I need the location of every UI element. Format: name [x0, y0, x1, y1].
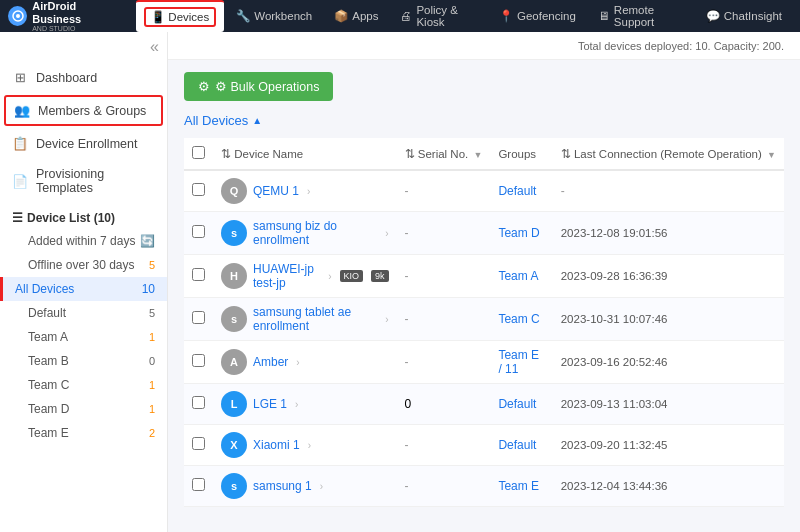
serial-no-cell: - [397, 298, 491, 341]
group-value[interactable]: Team D [498, 226, 539, 240]
sidebar-team-c[interactable]: Team C 1 [0, 373, 167, 397]
row-expand-icon[interactable]: › [308, 440, 311, 451]
col-last-connection[interactable]: ⇅ Last Connection (Remote Operation) ▼ [553, 138, 784, 170]
table-header-row: ⇅ Device Name ⇅ Serial No. ▼ Groups ⇅ La… [184, 138, 784, 170]
col-serial-no[interactable]: ⇅ Serial No. ▼ [397, 138, 491, 170]
group-value[interactable]: Default [498, 397, 536, 411]
device-avatar: H [221, 263, 247, 289]
row-select-checkbox[interactable] [192, 354, 205, 367]
serial-no-cell: 0 [397, 384, 491, 425]
sidebar-item-dashboard[interactable]: ⊞ Dashboard [0, 62, 167, 93]
nav-tab-policy-kiosk[interactable]: 🖨 Policy & Kiosk [390, 0, 487, 32]
col-groups: Groups [490, 138, 552, 170]
sidebar-team-d[interactable]: Team D 1 [0, 397, 167, 421]
sidebar-collapse-button[interactable]: « [0, 32, 167, 62]
group-value[interactable]: Default [498, 438, 536, 452]
sidebar-offline-30days[interactable]: Offline over 30 days 5 [0, 253, 167, 277]
group-value[interactable]: Team C [498, 312, 539, 326]
device-name-text[interactable]: Xiaomi 1 [253, 438, 300, 452]
group-value[interactable]: Team E / 11 [498, 348, 539, 376]
sidebar-team-a[interactable]: Team A 1 [0, 325, 167, 349]
table-row[interactable]: QQEMU 1›-Default- [184, 170, 784, 212]
row-select-checkbox[interactable] [192, 396, 205, 409]
sidebar-team-e[interactable]: Team E 2 [0, 421, 167, 445]
group-value[interactable]: Team E [498, 479, 539, 493]
row-checkbox-cell [184, 298, 213, 341]
row-expand-icon[interactable]: › [307, 186, 310, 197]
device-name-text[interactable]: samsung tablet ae enrollment [253, 305, 377, 333]
select-all-header[interactable] [184, 138, 213, 170]
row-select-checkbox[interactable] [192, 311, 205, 324]
team-e-count: 2 [149, 427, 155, 439]
device-avatar: X [221, 432, 247, 458]
sidebar-item-provisioning[interactable]: 📄 Provisioning Templates [0, 159, 167, 203]
device-name-cell: QQEMU 1› [213, 170, 397, 212]
table-row[interactable]: ssamsung 1›-Team E2023-12-04 13:44:36 [184, 466, 784, 507]
device-name-text[interactable]: LGE 1 [253, 397, 287, 411]
device-name-text[interactable]: HUAWEI-jp test-jp [253, 262, 320, 290]
row-select-checkbox[interactable] [192, 437, 205, 450]
serial-no-value: - [405, 312, 409, 326]
sidebar-item-device-enrollment[interactable]: 📋 Device Enrollment [0, 128, 167, 159]
table-row[interactable]: AAmber›-Team E / 112023-09-16 20:52:46 [184, 341, 784, 384]
device-name-text[interactable]: samsung biz do enrollment [253, 219, 377, 247]
serial-no-value: - [405, 479, 409, 493]
all-devices-breadcrumb[interactable]: All Devices ▲ [184, 113, 784, 128]
nav-tab-remote-support[interactable]: 🖥 Remote Support [588, 0, 694, 32]
sidebar-team-b[interactable]: Team B 0 [0, 349, 167, 373]
sidebar-added-7days[interactable]: Added within 7 days 🔄 [0, 229, 167, 253]
device-name-text[interactable]: samsung 1 [253, 479, 312, 493]
row-expand-icon[interactable]: › [320, 481, 323, 492]
row-expand-icon[interactable]: › [296, 357, 299, 368]
last-connection-cell: - [553, 170, 784, 212]
last-connection-cell: 2023-12-04 13:44:36 [553, 466, 784, 507]
table-row[interactable]: LLGE 1›0Default2023-09-13 11:03:04 [184, 384, 784, 425]
dashboard-icon: ⊞ [12, 70, 28, 85]
device-name-text[interactable]: QEMU 1 [253, 184, 299, 198]
last-connection-value: 2023-09-16 20:52:46 [561, 356, 668, 368]
row-select-checkbox[interactable] [192, 183, 205, 196]
row-select-checkbox[interactable] [192, 478, 205, 491]
chat-icon: 💬 [706, 9, 720, 23]
row-expand-icon[interactable]: › [385, 314, 388, 325]
row-expand-icon[interactable]: › [295, 399, 298, 410]
group-value[interactable]: Default [498, 184, 536, 198]
nav-tab-devices[interactable]: 📱 Devices [136, 0, 224, 32]
nav-tab-chatinsight[interactable]: 💬 ChatInsight [696, 0, 792, 32]
table-row[interactable]: ssamsung biz do enrollment›-Team D2023-1… [184, 212, 784, 255]
bulk-operations-button[interactable]: ⚙ ⚙ Bulk Operations [184, 72, 333, 101]
sidebar-item-members-groups[interactable]: 👥 Members & Groups [4, 95, 163, 126]
row-expand-icon[interactable]: › [385, 228, 388, 239]
airdroid-logo-icon [8, 6, 27, 26]
sidebar-all-devices[interactable]: All Devices 10 [0, 277, 167, 301]
group-value[interactable]: Team A [498, 269, 538, 283]
table-row[interactable]: XXiaomi 1›-Default2023-09-20 11:32:45 [184, 425, 784, 466]
table-row[interactable]: ssamsung tablet ae enrollment›-Team C202… [184, 298, 784, 341]
nav-tab-geofencing[interactable]: 📍 Geofencing [489, 0, 586, 32]
device-name-text[interactable]: Amber [253, 355, 288, 369]
members-icon: 👥 [14, 103, 30, 118]
nav-tab-apps[interactable]: 📦 Apps [324, 0, 388, 32]
row-expand-icon[interactable]: › [328, 271, 331, 282]
last-connection-cell: 2023-12-08 19:01:56 [553, 212, 784, 255]
team-b-count: 0 [149, 355, 155, 367]
group-cell: Default [490, 170, 552, 212]
table-row[interactable]: HHUAWEI-jp test-jp›KIO9k-Team A2023-09-2… [184, 255, 784, 298]
last-connection-cell: 2023-10-31 10:07:46 [553, 298, 784, 341]
last-conn-sort-icon: ▼ [767, 150, 776, 160]
group-cell: Default [490, 425, 552, 466]
select-all-checkbox[interactable] [192, 146, 205, 159]
row-checkbox-cell [184, 384, 213, 425]
row-select-checkbox[interactable] [192, 225, 205, 238]
svg-point-1 [16, 14, 20, 18]
serial-no-value: - [405, 269, 409, 283]
serial-sort-icon: ▼ [473, 150, 482, 160]
row-select-checkbox[interactable] [192, 268, 205, 281]
device-tag-badge: 9k [371, 270, 389, 282]
col-device-name[interactable]: ⇅ Device Name [213, 138, 397, 170]
col-last-conn-label: ⇅ Last Connection (Remote Operation) [561, 148, 762, 160]
sidebar-default[interactable]: Default 5 [0, 301, 167, 325]
bulk-ops-icon: ⚙ [198, 79, 210, 94]
team-b-label: Team B [28, 354, 69, 368]
nav-tab-workbench[interactable]: 🔧 Workbench [226, 0, 322, 32]
